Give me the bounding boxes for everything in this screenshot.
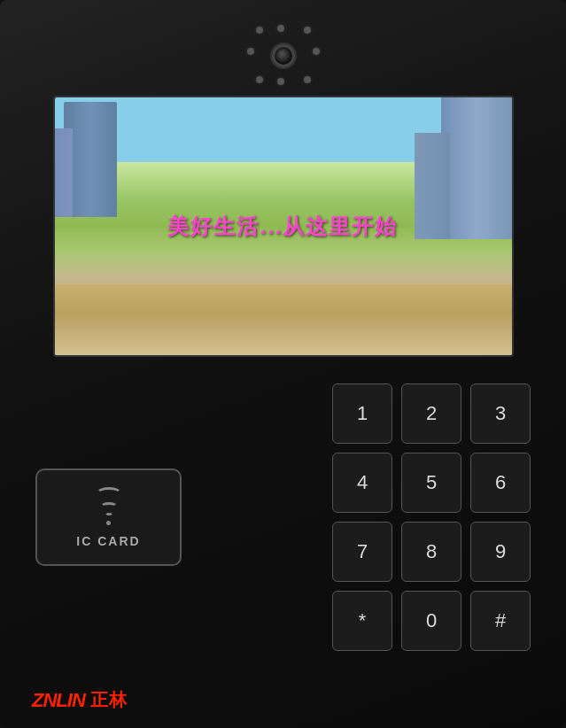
key-9[interactable]: 9 xyxy=(470,522,531,582)
ir-led-br xyxy=(304,76,311,83)
ir-led-tr xyxy=(304,27,311,34)
building-right xyxy=(441,97,512,239)
ir-led-bl xyxy=(256,76,263,83)
ic-card-label: IC CARD xyxy=(76,534,140,548)
ir-led-ml xyxy=(247,48,254,55)
ir-led-tl xyxy=(256,27,263,34)
ir-led-bc xyxy=(277,78,284,85)
ic-card-area: IC CARD xyxy=(35,469,182,566)
logo-brand: ZNLIN xyxy=(32,689,85,712)
rfid-arc-large xyxy=(96,487,122,500)
logo-chinese: 正林 xyxy=(90,688,128,712)
logo-section: ZNLIN 正林 xyxy=(32,688,128,712)
rfid-arc-medium xyxy=(100,502,118,511)
key-7[interactable]: 7 xyxy=(332,522,392,582)
rfid-icon xyxy=(96,487,122,525)
key-1[interactable]: 1 xyxy=(332,383,392,444)
building-left xyxy=(64,102,117,217)
key-0[interactable]: 0 xyxy=(401,591,461,651)
screen: 美好生活...从这里开始 xyxy=(53,96,514,357)
camera-lens xyxy=(272,44,295,67)
key-3[interactable]: 3 xyxy=(470,383,531,444)
key-star[interactable]: * xyxy=(332,591,392,651)
ir-led-mr xyxy=(313,48,320,55)
key-6[interactable]: 6 xyxy=(470,453,531,513)
key-4[interactable]: 4 xyxy=(332,453,392,513)
bottom-section: IC CARD 123456789*0# xyxy=(0,383,566,651)
device-body: 美好生活...从这里开始 IC CARD 123456789*0# ZNLIN … xyxy=(0,0,566,728)
ground xyxy=(55,284,512,355)
screen-image: 美好生活...从这里开始 xyxy=(55,97,512,355)
screen-overlay-text: 美好生活...从这里开始 xyxy=(167,213,398,241)
key-5[interactable]: 5 xyxy=(401,453,461,513)
camera-section xyxy=(0,0,566,87)
camera-housing xyxy=(244,25,323,87)
keypad: 123456789*0# xyxy=(332,383,531,651)
rfid-arc-small xyxy=(105,513,113,518)
key-8[interactable]: 8 xyxy=(401,522,461,582)
rfid-dot xyxy=(106,521,111,525)
key-hash[interactable]: # xyxy=(470,591,531,651)
key-2[interactable]: 2 xyxy=(401,383,461,444)
ir-led-tc xyxy=(277,25,284,32)
ic-card-reader[interactable]: IC CARD xyxy=(35,469,182,566)
